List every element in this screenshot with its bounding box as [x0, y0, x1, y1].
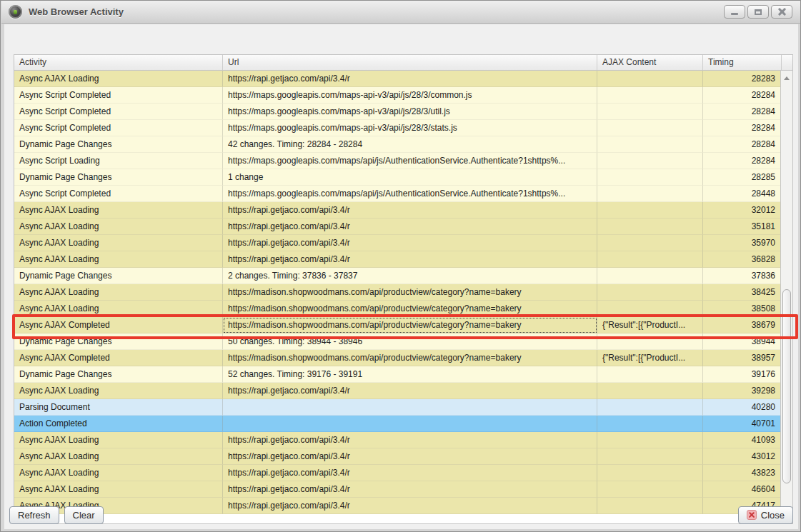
cell-timing[interactable]: 46604	[703, 481, 782, 498]
cell-timing[interactable]: 38679	[703, 317, 782, 333]
cell-ajax[interactable]	[597, 120, 703, 136]
cell-ajax[interactable]	[597, 235, 703, 251]
cell-ajax[interactable]	[597, 153, 703, 169]
cell-ajax[interactable]	[597, 301, 703, 317]
cell-activity[interactable]: Action Completed	[14, 416, 223, 432]
cell-timing[interactable]: 28284	[703, 120, 782, 136]
cell-timing[interactable]: 32012	[703, 202, 782, 219]
cell-activity[interactable]: Async AJAX Loading	[14, 202, 223, 219]
cell-timing[interactable]: 35970	[703, 235, 782, 251]
cell-ajax[interactable]	[597, 186, 703, 202]
cell-url[interactable]: https://maps.googleapis.com/maps/api/js/…	[223, 153, 597, 169]
cell-url[interactable]: https://rapi.getjaco.com/api/3.4/r	[223, 219, 597, 235]
table-row[interactable]: Async AJAX Loadinghttps://rapi.getjaco.c…	[14, 432, 792, 448]
cell-url[interactable]: https://rapi.getjaco.com/api/3.4/r	[223, 71, 597, 87]
table-row[interactable]: Async AJAX Loadinghttps://rapi.getjaco.c…	[14, 202, 792, 219]
cell-activity[interactable]: Async Script Loading	[14, 153, 223, 169]
table-row[interactable]: Async AJAX Loadinghttps://rapi.getjaco.c…	[14, 71, 792, 87]
cell-ajax[interactable]	[597, 399, 703, 416]
table-row[interactable]: Async AJAX Completedhttps://madison.shop…	[14, 350, 792, 366]
cell-ajax[interactable]	[597, 169, 703, 186]
cell-url[interactable]: https://rapi.getjaco.com/api/3.4/r	[223, 465, 597, 481]
table-row[interactable]: Dynamic Page Changes2 changes. Timing: 3…	[14, 268, 792, 284]
cell-url[interactable]	[223, 416, 597, 432]
cell-ajax[interactable]	[597, 251, 703, 268]
column-header-activity[interactable]: Activity	[14, 55, 223, 70]
table-row[interactable]: Dynamic Page Changes1 change28285	[14, 169, 792, 186]
cell-ajax[interactable]	[597, 416, 703, 432]
cell-url[interactable]: https://rapi.getjaco.com/api/3.4/r	[223, 383, 597, 399]
cell-activity[interactable]: Parsing Document	[14, 399, 223, 416]
cell-timing[interactable]: 39176	[703, 366, 782, 383]
column-header-url[interactable]: Url	[223, 55, 597, 70]
minimize-button[interactable]	[724, 5, 745, 19]
table-row[interactable]: Async AJAX Loadinghttps://madison.shopwo…	[14, 284, 792, 301]
cell-ajax[interactable]	[597, 268, 703, 284]
table-row[interactable]: Async Script Completedhttps://maps.googl…	[14, 104, 792, 120]
cell-activity[interactable]: Async AJAX Loading	[14, 432, 223, 448]
cell-activity[interactable]: Async AJAX Completed	[14, 350, 223, 366]
table-row[interactable]: Async Script Completedhttps://maps.googl…	[14, 87, 792, 104]
cell-url[interactable]: https://rapi.getjaco.com/api/3.4/r	[223, 202, 597, 219]
cell-timing[interactable]: 28285	[703, 169, 782, 186]
table-row[interactable]: Async AJAX Loadinghttps://rapi.getjaco.c…	[14, 465, 792, 481]
cell-timing[interactable]: 39298	[703, 383, 782, 399]
cell-timing[interactable]: 43823	[703, 465, 782, 481]
cell-timing[interactable]: 28448	[703, 186, 782, 202]
cell-url[interactable]: https://madison.shopwoodmans.com/api/pro…	[223, 317, 597, 333]
cell-url[interactable]: 1 change	[223, 169, 597, 186]
column-header-timing[interactable]: Timing	[703, 55, 782, 70]
cell-ajax[interactable]	[597, 432, 703, 448]
cell-timing[interactable]: 43012	[703, 448, 782, 465]
cell-url[interactable]: https://rapi.getjaco.com/api/3.4/r	[223, 251, 597, 268]
cell-url[interactable]: 52 changes. Timing: 39176 - 39191	[223, 366, 597, 383]
cell-activity[interactable]: Async Script Completed	[14, 104, 223, 120]
cell-activity[interactable]: Dynamic Page Changes	[14, 366, 223, 383]
cell-ajax[interactable]	[597, 284, 703, 301]
table-row[interactable]: Dynamic Page Changes52 changes. Timing: …	[14, 366, 792, 383]
cell-activity[interactable]: Async Script Completed	[14, 186, 223, 202]
table-row[interactable]: Async AJAX Completedhttps://madison.shop…	[14, 317, 792, 333]
table-row[interactable]: Async Script Completedhttps://maps.googl…	[14, 186, 792, 202]
cell-activity[interactable]: Async AJAX Loading	[14, 219, 223, 235]
cell-ajax[interactable]	[597, 87, 703, 104]
table-row[interactable]: Async Script Loadinghttps://maps.googlea…	[14, 153, 792, 169]
vertical-scrollbar[interactable]	[780, 71, 792, 523]
table-row[interactable]: Async AJAX Loadinghttps://rapi.getjaco.c…	[14, 481, 792, 498]
table-row[interactable]: Async AJAX Loadinghttps://rapi.getjaco.c…	[14, 251, 792, 268]
cell-url[interactable]: https://rapi.getjaco.com/api/3.4/r	[223, 235, 597, 251]
cell-ajax[interactable]	[597, 71, 703, 87]
cell-activity[interactable]: Async AJAX Loading	[14, 251, 223, 268]
cell-ajax[interactable]	[597, 448, 703, 465]
title-bar[interactable]: Web Browser Activity	[1, 1, 801, 24]
cell-url[interactable]: https://rapi.getjaco.com/api/3.4/r	[223, 432, 597, 448]
close-dialog-button[interactable]: Close	[738, 506, 793, 524]
cell-activity[interactable]: Async AJAX Loading	[14, 301, 223, 317]
cell-timing[interactable]: 35181	[703, 219, 782, 235]
cell-timing[interactable]: 28283	[703, 71, 782, 87]
cell-url[interactable]: https://rapi.getjaco.com/api/3.4/r	[223, 448, 597, 465]
cell-url[interactable]: 50 changes. Timing: 38944 - 38946	[223, 333, 597, 350]
table-row[interactable]: Action Completed40701	[14, 416, 792, 432]
cell-timing[interactable]: 36828	[703, 251, 782, 268]
cell-url[interactable]: https://maps.googleapis.com/maps-api-v3/…	[223, 104, 597, 120]
table-row[interactable]: Async AJAX Loadinghttps://rapi.getjaco.c…	[14, 383, 792, 399]
cell-timing[interactable]: 28284	[703, 87, 782, 104]
cell-timing[interactable]: 38425	[703, 284, 782, 301]
cell-url[interactable]	[223, 399, 597, 416]
maximize-button[interactable]	[747, 5, 769, 19]
cell-url[interactable]: https://maps.googleapis.com/maps/api/js/…	[223, 186, 597, 202]
cell-timing[interactable]: 28284	[703, 136, 782, 153]
cell-activity[interactable]: Dynamic Page Changes	[14, 136, 223, 153]
table-row[interactable]: Async AJAX Loadinghttps://madison.shopwo…	[14, 301, 792, 317]
cell-activity[interactable]: Async AJAX Loading	[14, 448, 223, 465]
cell-activity[interactable]: Async AJAX Loading	[14, 235, 223, 251]
cell-ajax[interactable]	[597, 219, 703, 235]
table-row[interactable]: Dynamic Page Changes50 changes. Timing: …	[14, 333, 792, 350]
cell-timing[interactable]: 37836	[703, 268, 782, 284]
scroll-up-button[interactable]	[781, 72, 792, 84]
cell-activity[interactable]: Dynamic Page Changes	[14, 268, 223, 284]
cell-timing[interactable]: 38944	[703, 333, 782, 350]
table-row[interactable]: Async AJAX Loadinghttps://rapi.getjaco.c…	[14, 219, 792, 235]
cell-ajax[interactable]: {"Result":[{"ProductI...	[597, 350, 703, 366]
